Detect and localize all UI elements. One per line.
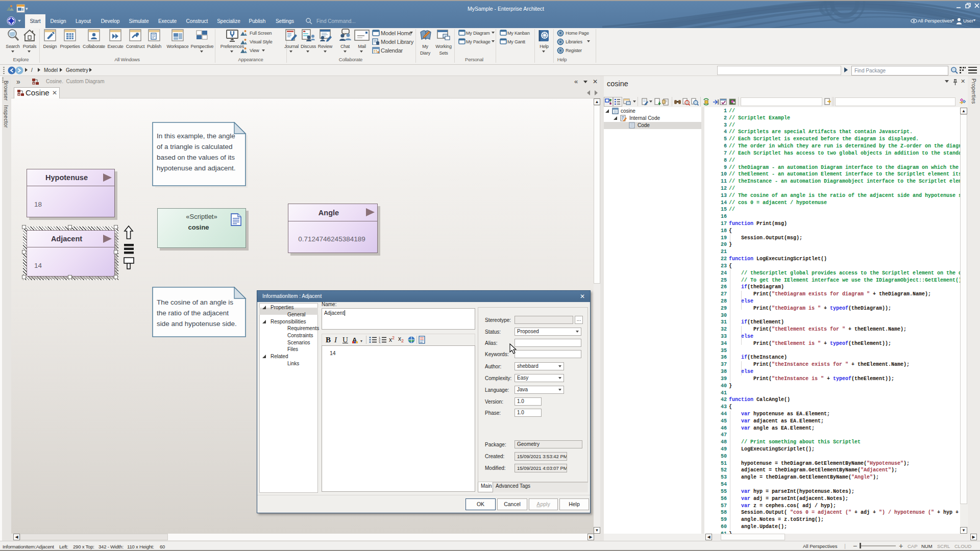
svg-text:3: 3 <box>379 341 380 344</box>
